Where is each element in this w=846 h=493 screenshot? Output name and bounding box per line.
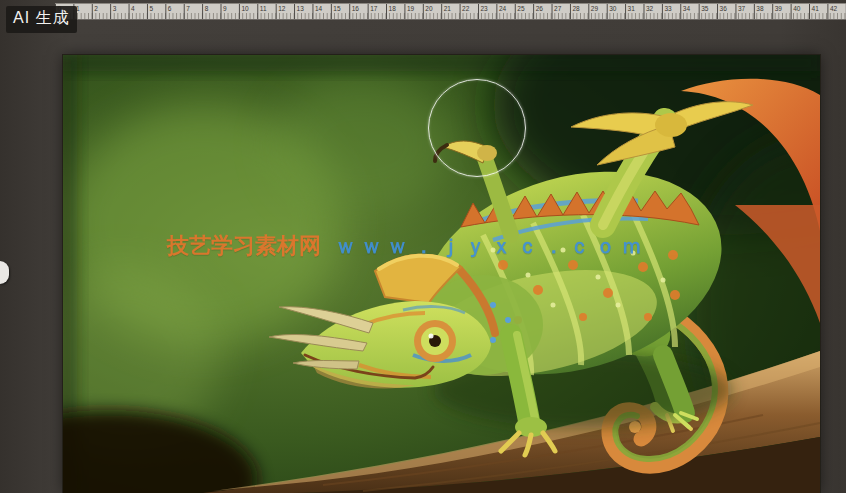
watermark-text-url: ｗｗｗ．ｊｙｘｃ．ｃｏｍ [335,234,647,257]
ruler-labels: 0123456789101112131415161718192021222324… [55,4,846,14]
paint-app-window: 0123456789101112131415161718192021222324… [0,0,846,493]
watermark: 技艺学习素材网ｗｗｗ．ｊｙｘｃ．ｃｏｍ [167,231,647,261]
painting-canvas[interactable]: 技艺学习素材网ｗｗｗ．ｊｙｘｃ．ｃｏｍ [63,55,820,493]
panel-handle[interactable] [0,261,9,284]
brush-cursor-circle [428,79,526,177]
watermark-text-cn: 技艺学习素材网 [167,233,321,258]
horizontal-ruler[interactable]: 0123456789101112131415161718192021222324… [55,3,846,20]
eye [414,320,456,362]
ai-generated-badge: AI 生成 [6,6,77,33]
